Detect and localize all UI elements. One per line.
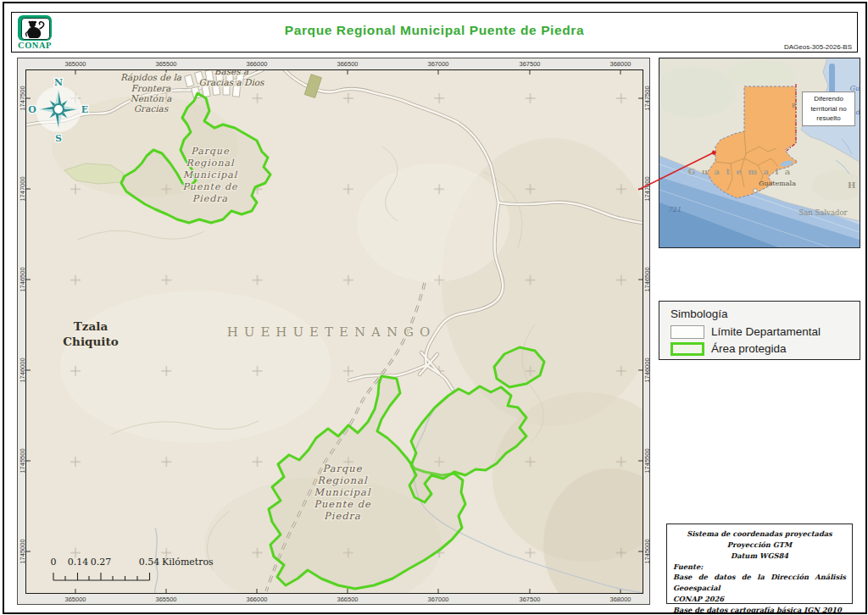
y-tick-label: 1746500 [643, 267, 651, 291]
legend: Simbología Límite Departamental Área pro… [659, 301, 860, 360]
y-tick-label: 1747500 [643, 86, 651, 110]
svg-text:Bases a: Bases a [214, 70, 249, 76]
department-label: HUEHUETENANGO [227, 324, 437, 340]
credits-box: Sistema de coordenadas proyectadas Proye… [666, 524, 853, 604]
belize-label: B [792, 102, 796, 109]
legend-item-label: Área protegida [711, 342, 787, 355]
x-tick-label: 367000 [427, 60, 448, 68]
y-tick-label: 1745000 [643, 539, 651, 563]
svg-text:Puente de: Puente de [182, 181, 238, 192]
y-tick-label: 1746000 [643, 357, 651, 382]
y-tick-label: 1745500 [643, 448, 651, 473]
capital-label: Guatemala [759, 180, 796, 187]
map-frame: 365000 365500 366000 366500 367000 36750… [17, 58, 650, 605]
map-canvas: Rápidos de la Frontera Nentón a Gracias … [25, 69, 643, 594]
x-tick-label: 368000 [609, 596, 631, 603]
x-tick-label: 365000 [64, 60, 86, 68]
legend-title: Simbología [670, 308, 728, 320]
note-line: resuelto [803, 114, 854, 124]
svg-text:Tzala: Tzala [74, 319, 108, 333]
projection-line: Proyección GTM [673, 540, 846, 551]
svg-text:Rápidos de la: Rápidos de la [120, 72, 182, 83]
map-svg: Rápidos de la Frontera Nentón a Gracias … [26, 70, 643, 593]
x-tick-label: 365500 [155, 596, 176, 603]
conap-logo-text: CONAP [16, 41, 53, 50]
protected-area-swatch [670, 342, 704, 356]
datum-line: Datum WGS84 [673, 551, 846, 562]
svg-text:Regional: Regional [186, 158, 235, 169]
note-line: territorial no [803, 104, 854, 114]
territorial-note: Diferendo territorial no resuelto [802, 91, 855, 126]
document-code: DAGeos-305-2026-BS [784, 43, 852, 51]
svg-text:Puente de: Puente de [314, 498, 371, 510]
svg-text:Municipal: Municipal [314, 486, 371, 498]
source-line-1: Base de datos de la Dirección Análisis G… [673, 572, 846, 594]
location-leader-line [632, 142, 726, 197]
page-title: Parque Regional Municipal Puente de Pied… [12, 23, 857, 38]
scale-label: 0 [51, 557, 57, 568]
x-tick-label: 367500 [519, 60, 540, 68]
honduras-label: H o [848, 180, 860, 190]
depth-number: 721 [668, 206, 681, 213]
source-line-2: CONAP 2026 [673, 594, 846, 605]
x-tick-label: 366000 [246, 596, 267, 603]
crs-line: Sistema de coordenadas proyectadas [673, 529, 846, 540]
source-heading: Fuente: [673, 562, 846, 573]
svg-text:Piedra: Piedra [192, 193, 228, 204]
scale-unit: Kilómetros [162, 557, 214, 568]
note-line: Diferendo [803, 94, 854, 104]
svg-text:Parque: Parque [191, 146, 230, 157]
svg-text:Nentón a: Nentón a [130, 93, 172, 103]
compass-s: S [55, 133, 62, 144]
legend-item-label: Límite Departamental [711, 325, 821, 338]
scale-label: 0.14 [68, 557, 89, 568]
x-tick-label: 366000 [246, 60, 267, 68]
compass-e: E [81, 104, 88, 115]
svg-text:Gracias a Dios: Gracias a Dios [199, 77, 265, 87]
compass-w: O [28, 104, 36, 115]
svg-text:Gracias: Gracias [134, 103, 169, 114]
x-tick-label: 366500 [337, 60, 358, 68]
scale-label: 0.27 [91, 557, 112, 568]
svg-text:Municipal: Municipal [183, 169, 238, 180]
svg-text:Chiquito: Chiquito [63, 335, 118, 348]
x-tick-label: 367000 [427, 596, 448, 603]
scale-label: 0.54 [139, 557, 160, 568]
compass-n: N [54, 77, 63, 88]
svg-text:Parque: Parque [322, 463, 362, 474]
departmental-boundary-swatch [670, 325, 704, 339]
svg-text:Piedra: Piedra [324, 510, 361, 522]
capital-city-dot [754, 189, 757, 192]
x-tick-label: 365000 [64, 596, 86, 603]
x-tick-label: 365500 [155, 60, 176, 68]
svg-text:Frontera: Frontera [131, 83, 171, 93]
x-tick-label: 368000 [609, 60, 631, 68]
x-tick-label: 366500 [337, 596, 358, 603]
source-line-3: Base de datos cartografía básica IGN 201… [673, 605, 846, 615]
header-bar: CONAP Parque Regional Municipal Puente d… [11, 12, 858, 53]
x-tick-label: 367500 [519, 596, 540, 603]
svg-text:Regional: Regional [317, 474, 368, 486]
san-salvador-label: San Salvador [798, 208, 848, 217]
